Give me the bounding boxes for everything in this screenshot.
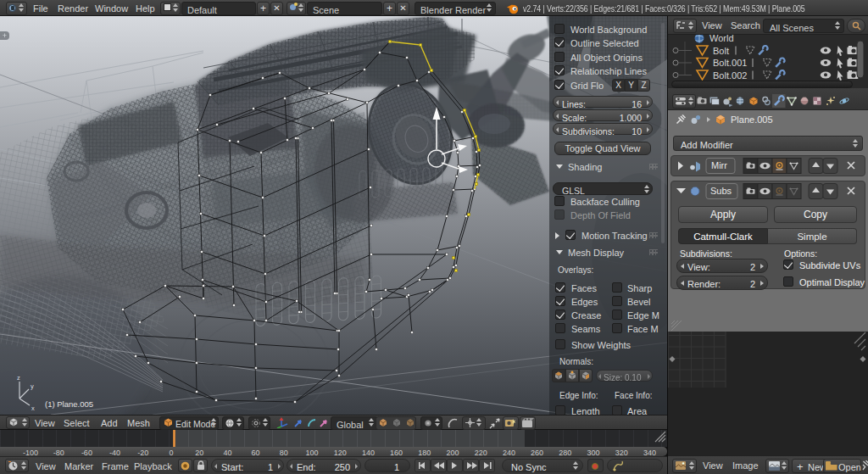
svg-text:Bolt: Bolt	[713, 46, 729, 56]
svg-text:Bolt.001: Bolt.001	[713, 58, 747, 68]
svg-text:z: z	[17, 374, 20, 382]
svg-text:x: x	[31, 404, 35, 412]
svg-text:(1) Plane.005: (1) Plane.005	[45, 399, 93, 409]
svg-text:y: y	[31, 382, 34, 390]
svg-text:Subs: Subs	[710, 186, 732, 196]
svg-text:Mirr: Mirr	[711, 160, 727, 170]
svg-text:Plane.005: Plane.005	[731, 114, 773, 125]
svg-text:World: World	[709, 35, 734, 43]
svg-text:Bolt.002: Bolt.002	[713, 70, 747, 81]
